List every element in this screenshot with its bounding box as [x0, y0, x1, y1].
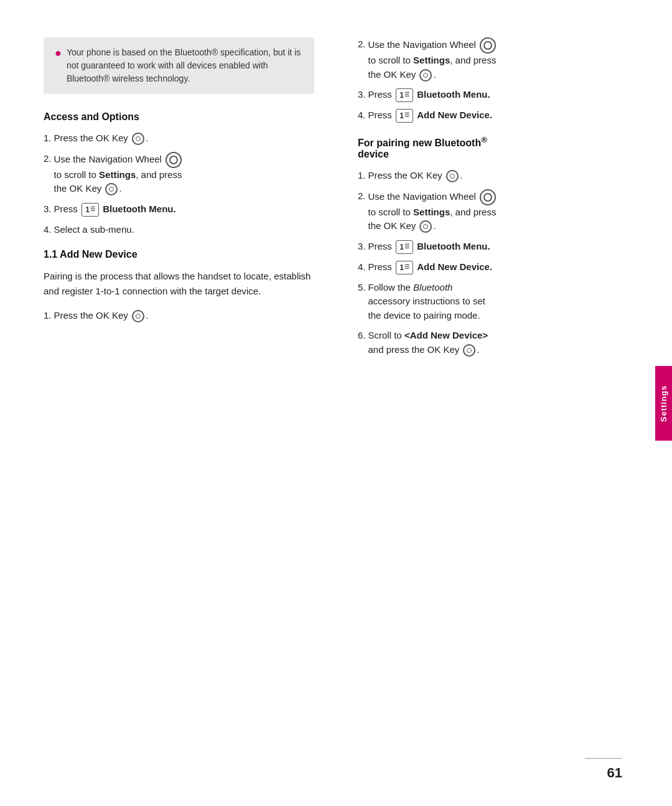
- step-num: 5.: [358, 281, 366, 295]
- info-box: ● Your phone is based on the Bluetooth® …: [44, 37, 314, 94]
- pairing-heading: For pairing new Bluetooth®device: [358, 135, 628, 160]
- ok-key-icon: [419, 220, 432, 233]
- btn-key-icon: 1☰: [396, 109, 413, 123]
- ok-key-icon: [419, 69, 432, 82]
- list-item: 2. Use the Navigation Wheel to scroll to…: [44, 152, 314, 196]
- right-section1-list: 2. Use the Navigation Wheel to scroll to…: [358, 37, 628, 123]
- step-content: Press 1☰ Bluetooth Menu.: [54, 202, 314, 217]
- step-content: Press the OK Key .: [54, 309, 314, 323]
- step-num: 2.: [44, 152, 52, 166]
- list-item: 5. Follow the Bluetooth accessory instru…: [358, 281, 628, 323]
- list-item: 2. Use the Navigation Wheel to scroll to…: [358, 37, 628, 82]
- ok-key-icon: [105, 183, 118, 195]
- settings-tab: Settings: [655, 366, 672, 441]
- step-content: Follow the Bluetooth accessory instructi…: [368, 281, 628, 323]
- list-item: 3. Press 1☰ Bluetooth Menu.: [44, 202, 314, 217]
- ok-key-icon: [132, 133, 144, 145]
- ok-key-icon: [446, 170, 459, 182]
- bullet-dot: ●: [55, 46, 62, 60]
- step-num: 3.: [358, 88, 366, 102]
- ok-key-icon: [132, 310, 144, 322]
- add-new-device-paragraph: Pairing is the process that allows the h…: [44, 269, 314, 299]
- list-item: 3. Press 1☰ Bluetooth Menu.: [358, 240, 628, 254]
- step-content: Select a sub-menu.: [54, 223, 314, 237]
- list-item: 1. Press the OK Key .: [358, 169, 628, 183]
- info-bullet: ● Your phone is based on the Bluetooth® …: [55, 46, 303, 85]
- add-new-device-heading: 1.1 Add New Device: [44, 249, 314, 260]
- step-content: Use the Navigation Wheel to scroll to Se…: [368, 189, 628, 233]
- nav-wheel-icon: [166, 152, 182, 168]
- step-num: 3.: [44, 202, 52, 217]
- btn-key-icon: 1☰: [82, 203, 99, 217]
- step-num: 1.: [44, 131, 52, 146]
- step-content: Scroll to <Add New Device> and press the…: [368, 329, 628, 357]
- list-item: 2. Use the Navigation Wheel to scroll to…: [358, 189, 628, 233]
- access-options-heading: Access and Options: [44, 111, 314, 123]
- step-num: 6.: [358, 329, 366, 343]
- nav-wheel-icon: [480, 37, 496, 54]
- step-content: Press 1☰ Add New Device.: [368, 108, 628, 123]
- btn-key-icon: 1☰: [396, 88, 413, 102]
- page-number: 61: [607, 765, 622, 781]
- add-new-device-list: 1. Press the OK Key .: [44, 309, 314, 323]
- ok-key-icon: [463, 344, 475, 357]
- nav-wheel-icon: [480, 189, 496, 205]
- page-container: ● Your phone is based on the Bluetooth® …: [0, 0, 672, 806]
- step-content: Press 1☰ Bluetooth Menu.: [368, 88, 628, 102]
- page-number-area: 61: [585, 758, 622, 782]
- two-column-layout: ● Your phone is based on the Bluetooth® …: [44, 37, 628, 769]
- list-item: 4. Press 1☰ Add New Device.: [358, 108, 628, 123]
- step-num: 1.: [44, 309, 52, 323]
- list-item: 1. Press the OK Key .: [44, 131, 314, 146]
- step-num: 4.: [358, 108, 366, 123]
- step-content: Use the Navigation Wheel to scroll to Se…: [54, 152, 314, 196]
- step-num: 2.: [358, 37, 366, 52]
- step-content: Press the OK Key .: [368, 169, 628, 183]
- list-item: 4. Select a sub-menu.: [44, 223, 314, 237]
- settings-tab-label: Settings: [659, 385, 668, 421]
- step-num: 1.: [358, 169, 366, 183]
- pairing-list: 1. Press the OK Key . 2. Use the Navigat…: [358, 169, 628, 357]
- step-content: Press 1☰ Bluetooth Menu.: [368, 240, 628, 254]
- right-column: 2. Use the Navigation Wheel to scroll to…: [352, 37, 628, 769]
- page-divider: [585, 758, 622, 759]
- btn-key-icon: 1☰: [396, 240, 413, 254]
- access-options-list: 1. Press the OK Key . 2. Use the Navigat…: [44, 131, 314, 237]
- list-item: 1. Press the OK Key .: [44, 309, 314, 323]
- btn-key-icon: 1☰: [396, 261, 413, 274]
- step-num: 4.: [358, 260, 366, 274]
- step-num: 2.: [358, 189, 366, 204]
- step-content: Press 1☰ Add New Device.: [368, 260, 628, 274]
- step-num: 3.: [358, 240, 366, 254]
- step-content: Press the OK Key .: [54, 131, 314, 146]
- step-content: Use the Navigation Wheel to scroll to Se…: [368, 37, 628, 82]
- step-num: 4.: [44, 223, 52, 237]
- left-column: ● Your phone is based on the Bluetooth® …: [44, 37, 327, 769]
- list-item: 6. Scroll to <Add New Device> and press …: [358, 329, 628, 357]
- list-item: 4. Press 1☰ Add New Device.: [358, 260, 628, 274]
- info-box-text: Your phone is based on the Bluetooth® sp…: [67, 46, 303, 85]
- list-item: 3. Press 1☰ Bluetooth Menu.: [358, 88, 628, 102]
